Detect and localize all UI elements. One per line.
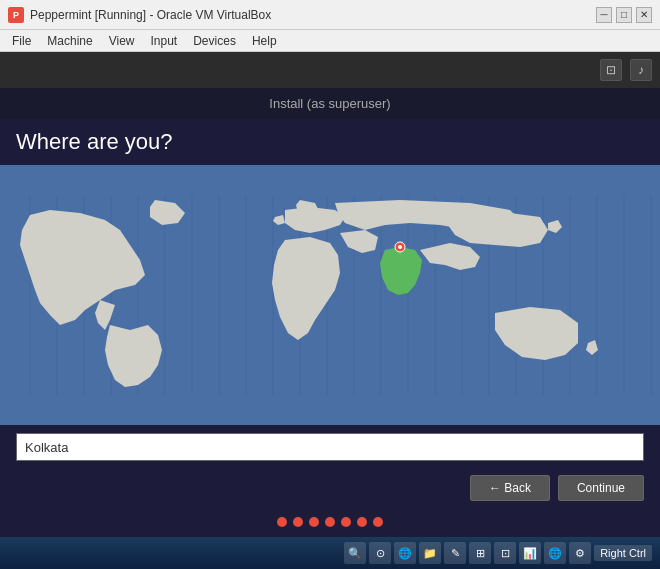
menu-view[interactable]: View	[101, 32, 143, 50]
audio-icon[interactable]: ♪	[630, 59, 652, 81]
installer-header-text: Install (as superuser)	[269, 96, 390, 111]
progress-dot-2	[293, 517, 303, 527]
installer-header: Install (as superuser)	[0, 88, 660, 119]
taskbar: 🔍 ⊙ 🌐 📁 ✎ ⊞ ⊡ 📊 🌐 ⚙ Right Ctrl	[0, 537, 660, 569]
progress-dot-7	[373, 517, 383, 527]
window-title: Peppermint [Running] - Oracle VM Virtual…	[30, 8, 596, 22]
titlebar: P Peppermint [Running] - Oracle VM Virtu…	[0, 0, 660, 30]
taskbar-icon-7[interactable]: ⊡	[494, 542, 516, 564]
taskbar-icon-10[interactable]: ⚙	[569, 542, 591, 564]
minimize-button[interactable]: ─	[596, 7, 612, 23]
taskbar-icon-1[interactable]: 🔍	[344, 542, 366, 564]
navigation-buttons: ← Back Continue	[0, 469, 660, 511]
taskbar-icon-5[interactable]: ✎	[444, 542, 466, 564]
progress-dot-6	[357, 517, 367, 527]
progress-dot-4	[325, 517, 335, 527]
close-button[interactable]: ✕	[636, 7, 652, 23]
menu-file[interactable]: File	[4, 32, 39, 50]
progress-indicator	[0, 511, 660, 537]
location-bar	[0, 425, 660, 469]
menubar: File Machine View Input Devices Help	[0, 30, 660, 52]
back-button[interactable]: ← Back	[470, 475, 550, 501]
window-controls: ─ □ ✕	[596, 7, 652, 23]
menu-devices[interactable]: Devices	[185, 32, 244, 50]
world-map[interactable]	[0, 165, 660, 425]
taskbar-icon-3[interactable]: 🌐	[394, 542, 416, 564]
progress-dot-5	[341, 517, 351, 527]
restore-button[interactable]: □	[616, 7, 632, 23]
installer-page-title: Where are you?	[0, 119, 660, 165]
screen-icon[interactable]: ⊡	[600, 59, 622, 81]
menu-machine[interactable]: Machine	[39, 32, 100, 50]
taskbar-icon-8[interactable]: 📊	[519, 542, 541, 564]
continue-button[interactable]: Continue	[558, 475, 644, 501]
progress-dot-1	[277, 517, 287, 527]
app-icon: P	[8, 7, 24, 23]
menu-help[interactable]: Help	[244, 32, 285, 50]
svg-point-26	[398, 245, 402, 249]
vm-content: Install (as superuser) Where are you?	[0, 88, 660, 537]
progress-dot-3	[309, 517, 319, 527]
taskbar-icon-6[interactable]: ⊞	[469, 542, 491, 564]
location-input[interactable]	[16, 433, 644, 461]
taskbar-icon-9[interactable]: 🌐	[544, 542, 566, 564]
taskbar-icon-2[interactable]: ⊙	[369, 542, 391, 564]
right-ctrl-label: Right Ctrl	[594, 545, 652, 561]
menu-input[interactable]: Input	[143, 32, 186, 50]
toolbar: ⊡ ♪	[0, 52, 660, 88]
taskbar-icon-4[interactable]: 📁	[419, 542, 441, 564]
installer: Install (as superuser) Where are you?	[0, 88, 660, 537]
